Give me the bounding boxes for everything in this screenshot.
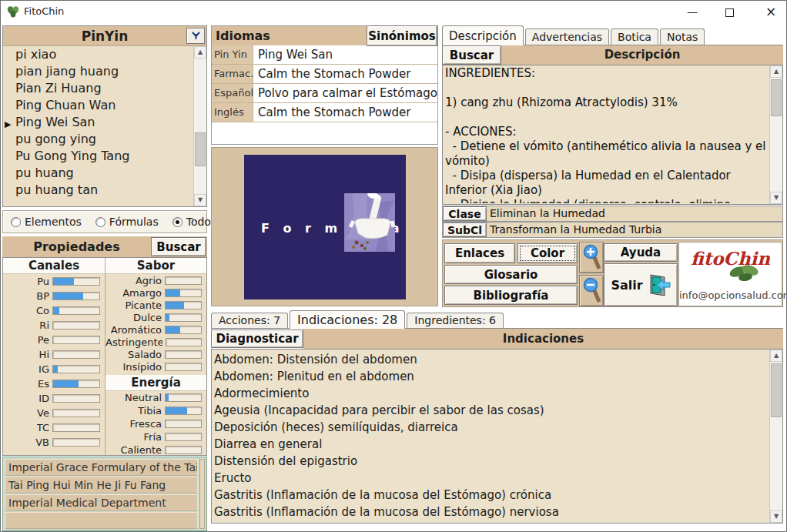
scroll-thumb[interactable] [771, 79, 782, 116]
list-item[interactable]: pu gong ying [3, 131, 206, 148]
pinyin-header: PinYin [3, 26, 206, 46]
scroll-up-icon[interactable]: ▲ [194, 46, 206, 59]
scroll-thumb[interactable] [195, 132, 206, 166]
list-item[interactable]: pi xiao [3, 46, 206, 63]
sources-panel: Imperial Grace Formulary of the Tai Ping… [2, 457, 207, 531]
description-text-area: INGREDIENTES: 1) cang zhu (Rhizoma Atrac… [442, 65, 783, 205]
pinyin-dropdown-button[interactable] [186, 28, 205, 44]
list-item-label: pu huang [15, 166, 74, 180]
radio-todo[interactable]: Todo [172, 216, 211, 228]
list-item[interactable]: pu huang [3, 165, 206, 182]
source-item[interactable]: Imperial Grace Formulary of the Tai Ping [5, 459, 198, 476]
list-item-selected[interactable]: ▶ Ping Wei San [3, 114, 206, 131]
subcl-button[interactable]: SubCl [443, 223, 487, 237]
list-item[interactable]: Ping Chuan Wan [3, 97, 206, 114]
bar-track [165, 363, 202, 371]
scroll-down-icon[interactable]: ▼ [770, 510, 782, 523]
scroll-up-icon[interactable]: ▲ [770, 65, 782, 78]
source-item[interactable]: Tai Ping Hui Min He Ji Fu Fang [5, 477, 198, 494]
list-item-label: Abdomen: Plenitud en el abdomen [214, 370, 414, 383]
clase-button[interactable]: Clase [443, 206, 487, 221]
radio-formulas[interactable]: Fórmulas [95, 216, 159, 228]
sinonimos-button[interactable]: Sinónimos [367, 25, 437, 46]
scroll-down-icon[interactable]: ▼ [770, 192, 782, 204]
flavor-row: Agrio [105, 274, 206, 286]
list-item[interactable]: pian jiang huang [3, 63, 206, 80]
list-item-label: Deposición (heces) semilíquidas, diarrei… [214, 420, 458, 434]
zoom-out-button[interactable] [579, 275, 604, 306]
color-button[interactable]: Color [517, 243, 578, 263]
energy-row: Fría [105, 430, 206, 443]
flavor-row: Amargo [105, 286, 206, 299]
description-scrollbar[interactable]: ▲ ▼ [769, 65, 782, 204]
channel-label: ID [39, 393, 49, 404]
enlaces-button[interactable]: Enlaces [444, 243, 515, 263]
propiedades-buscar-button[interactable]: Buscar [151, 237, 206, 256]
diagnosticar-button[interactable]: Diagnosticar [211, 330, 303, 348]
energy-row: Fresca [105, 417, 206, 430]
salir-button[interactable]: Salir [604, 263, 678, 306]
bibliografia-button[interactable]: Bibliografía [444, 286, 578, 305]
source-item[interactable]: Imperial Medical Department [5, 494, 198, 511]
tab-notas[interactable]: Notas [660, 28, 705, 45]
sources-scrollbar[interactable] [199, 459, 205, 529]
pinyin-scrollbar[interactable]: ▲ ▼ [193, 46, 206, 206]
list-item[interactable]: Deposición (heces) semilíquidas, diarrei… [214, 419, 768, 436]
list-item-label: Pu Gong Ying Tang [15, 149, 129, 163]
list-item[interactable]: Gastritis (Inflamación de la mucosa del … [214, 504, 768, 520]
flavor-label: Picante [125, 299, 162, 311]
bar-fill [53, 366, 58, 373]
list-item-label: Ageusia (Incapacidad para percibir el sa… [214, 403, 544, 417]
tab-botica[interactable]: Botica [611, 28, 658, 45]
clase-row: Clase Eliminan la Humedad [442, 206, 783, 222]
maximize-button[interactable] [715, 1, 743, 22]
channel-row: Pe [3, 333, 105, 347]
channel-row: Ri [3, 318, 105, 333]
tab-ingredientes[interactable]: Ingredientes: 6 [407, 313, 504, 328]
language-row: Pin Yin Ping Wei San [212, 45, 437, 65]
list-item[interactable]: Pu Gong Ying Tang [3, 148, 206, 165]
bar-track [52, 423, 100, 432]
list-item[interactable]: Eructo [214, 470, 768, 487]
ayuda-button[interactable]: Ayuda [604, 243, 678, 262]
exit-door-icon [646, 273, 671, 297]
list-item-label: pi xiao [15, 47, 56, 62]
scroll-down-icon[interactable]: ▼ [194, 194, 206, 206]
list-item[interactable]: Abdomen: Plenitud en el abdomen [214, 368, 768, 385]
description-buscar-button[interactable]: Buscar [442, 45, 501, 65]
radio-elementos[interactable]: Elementos [11, 216, 82, 228]
tab-descripcion[interactable]: Descripción [442, 25, 524, 45]
magnifier-minus-icon [582, 277, 601, 304]
indicaciones-scrollbar[interactable]: ▲ ▼ [769, 350, 782, 523]
canales-column: Canales Pu BP Co Ri Pe Hi IG Es ID Ve TC… [3, 258, 105, 455]
minimize-button[interactable]: — [678, 1, 706, 22]
list-item[interactable]: Diarrea en general [214, 436, 768, 453]
channel-label: Co [36, 305, 49, 316]
bar-track [52, 409, 100, 417]
bar-track [165, 393, 202, 402]
channel-label: IG [39, 363, 49, 375]
list-item[interactable]: Abdomen: Distensión del abdomen [214, 351, 768, 368]
language-label: Farmac. [212, 65, 253, 83]
salir-label: Salir [611, 278, 642, 293]
tab-acciones[interactable]: Acciones: 7 [211, 313, 288, 328]
list-item[interactable]: Gastritis (Inflamación de la mucosa del … [214, 487, 768, 504]
channel-label: Hi [39, 349, 49, 360]
radio-icon-selected [172, 217, 183, 227]
scroll-up-icon[interactable]: ▲ [770, 350, 782, 362]
channel-row: Pu [3, 274, 105, 289]
tab-indicaciones[interactable]: Indicaciones: 28 [290, 310, 405, 329]
channel-row: BP [3, 289, 105, 303]
list-item[interactable]: pu huang tan [3, 182, 206, 199]
bar-track [52, 394, 100, 403]
bar-fill [166, 289, 180, 296]
list-item[interactable]: Distensión del epigastrio [214, 453, 768, 470]
zoom-in-button[interactable] [579, 242, 604, 273]
glosario-button[interactable]: Glosario [444, 265, 578, 284]
list-item[interactable]: Ageusia (Incapacidad para percibir el sa… [214, 402, 768, 419]
tab-advertencias[interactable]: Advertencias [525, 28, 609, 45]
list-item[interactable]: Pian Zi Huang [3, 80, 206, 97]
close-button[interactable]: × [757, 1, 785, 22]
list-item[interactable]: Adormecimiento [214, 385, 768, 402]
scroll-thumb[interactable] [771, 363, 782, 417]
